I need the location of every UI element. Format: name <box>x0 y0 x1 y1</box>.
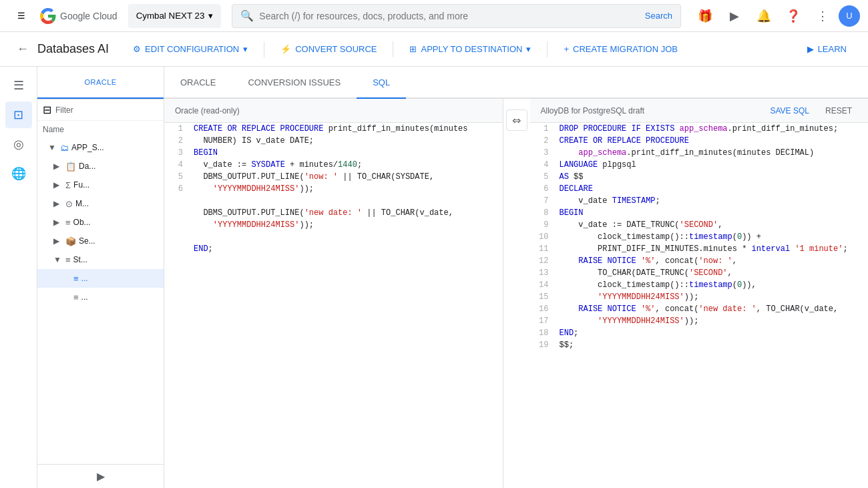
alloy-line-num-8: 8 <box>530 207 554 219</box>
sidebar-list-icon-button[interactable]: ☰ <box>5 72 32 99</box>
alloy-line-num-16: 16 <box>530 303 554 315</box>
code-line-2: NUMBER) IS v_date DATE; <box>188 135 503 147</box>
google-cloud-logo[interactable]: Google Cloud <box>40 8 118 24</box>
project-selector[interactable]: Cymbal NEXT 23 ▾ <box>128 4 222 28</box>
separator <box>264 41 264 57</box>
alloy-code-line-9: v_date := DATE_TRUNC('SECOND', <box>554 219 869 231</box>
alloy-line-1: 1 DROP PROCEDURE IF EXISTS app_schema.pr… <box>530 123 869 135</box>
code-line-3: BEGIN <box>188 147 503 159</box>
oracle-line-3: 3 BEGIN <box>164 147 503 159</box>
tree-content: ▼ 🗂 APP_S... ▶ 📋 Da... ▶ Σ Fu... ▶ ⊙ M..… <box>37 138 164 464</box>
swap-area: ⇔ <box>503 99 530 488</box>
filter-label: Filter <box>55 105 73 115</box>
alloy-line-8: 8 BEGIN <box>530 207 869 219</box>
line-num-1: 1 <box>164 123 188 135</box>
alloy-code-line-18: END; <box>554 327 869 339</box>
code-line-10 <box>188 231 503 243</box>
gear-icon: ⚙ <box>133 44 141 54</box>
alloy-code-line-7: v_date TIMESTAMP; <box>554 195 869 207</box>
back-icon: ← <box>17 42 29 56</box>
apply-to-destination-button[interactable]: ⊞ APPLY TO DESTINATION ▾ <box>399 37 541 61</box>
alloy-line-14: 14 clock_timestamp()::timestamp(0)), <box>530 279 869 291</box>
tab-oracle[interactable]: ORACLE <box>37 67 164 99</box>
line-num-8 <box>164 207 188 219</box>
save-sql-button[interactable]: SAVE SQL <box>765 103 815 118</box>
oracle-code-area[interactable]: 1 CREATE OR REPLACE PROCEDURE print_diff… <box>164 123 503 488</box>
code-line-8: DBMS_OUTPUT.PUT_LINE('new date: ' || TO_… <box>188 207 503 219</box>
proc-2-icon: ≡ <box>73 292 79 302</box>
alloy-code-line-12: RAISE NOTICE '%', concat('now: ', <box>554 255 869 267</box>
tree-item-proc-1[interactable]: ≡ ... <box>37 269 164 288</box>
search-input[interactable] <box>259 11 639 21</box>
oracle-line-10 <box>164 231 503 243</box>
edit-configuration-button[interactable]: ⚙ EDIT CONFIGURATION ▾ <box>122 37 258 61</box>
alloy-line-num-6: 6 <box>530 183 554 195</box>
expand-icon-seq: ▶ <box>53 236 63 246</box>
gift-icon-button[interactable]: 🎁 <box>692 3 718 29</box>
convert-source-button[interactable]: ⚡ CONVERT SOURCE <box>270 37 387 61</box>
expand-icon-obj: ▶ <box>53 218 63 227</box>
tab-sql[interactable]: SQL <box>357 67 406 99</box>
oracle-code-table: 1 CREATE OR REPLACE PROCEDURE print_diff… <box>164 123 503 255</box>
swap-button[interactable]: ⇔ <box>506 109 527 131</box>
code-line-1: CREATE OR REPLACE PROCEDURE print_diff_i… <box>188 123 503 135</box>
user-avatar[interactable]: U <box>839 5 860 27</box>
alloy-line-4: 4 LANGUAGE plpgsql <box>530 159 869 171</box>
alloy-code-line-16: RAISE NOTICE '%', concat('new date: ', T… <box>554 303 869 315</box>
alloy-line-17: 17 'YYYYMMDDHH24MISS')); <box>530 315 869 327</box>
alloy-line-num-15: 15 <box>530 291 554 303</box>
icon-sidebar: ☰ ⊡ ◎ 🌐 <box>0 67 37 488</box>
alloy-line-num-19: 19 <box>530 339 554 351</box>
split-view: Oracle (read-only) 1 CREATE OR REPLACE P… <box>164 99 868 488</box>
tree-item-objects[interactable]: ▶ ≡ Ob... <box>37 213 164 232</box>
alloydb-code-area[interactable]: 1 DROP PROCEDURE IF EXISTS app_schema.pr… <box>530 123 869 488</box>
tree-item-functions[interactable]: ▶ Σ Fu... <box>37 176 164 194</box>
alloy-line-10: 10 clock_timestamp()::timestamp(0)) + <box>530 231 869 243</box>
alloydb-panel: AlloyDB for PostgreSQL draft SAVE SQL RE… <box>530 99 869 488</box>
grid-icon: ⊞ <box>409 44 417 54</box>
hamburger-menu-button[interactable]: ☰ <box>8 3 35 29</box>
oracle-line-7 <box>164 195 503 207</box>
tree-item-sequences[interactable]: ▶ 📦 Se... <box>37 232 164 250</box>
alloy-code-line-14: clock_timestamp()::timestamp(0)), <box>554 279 869 291</box>
tree-item-app-schema[interactable]: ▼ 🗂 APP_S... <box>37 138 164 157</box>
back-button[interactable]: ← <box>11 37 35 61</box>
sidebar-circle-icon-button[interactable]: ◎ <box>5 131 32 158</box>
reset-button[interactable]: RESET <box>820 103 857 118</box>
tree-item-proc-2[interactable]: ≡ ... <box>37 288 164 306</box>
help-icon-button[interactable]: ❓ <box>780 3 807 29</box>
proc-2-label: ... <box>81 292 88 302</box>
tree-item-tables[interactable]: ▶ 📋 Da... <box>37 157 164 176</box>
more-options-icon-button[interactable]: ⋮ <box>809 3 836 29</box>
line-num-5: 5 <box>164 171 188 183</box>
google-cloud-logo-icon <box>40 8 56 24</box>
alloy-line-num-7: 7 <box>530 195 554 207</box>
google-cloud-logo-text: Google Cloud <box>60 11 118 21</box>
page-title: Databases AI <box>37 42 109 56</box>
sidebar-schema-icon-button[interactable]: ⊡ <box>5 101 32 128</box>
stored-proc-icon: ≡ <box>65 255 71 265</box>
alloy-code-line-15: 'YYYYMMDDHH24MISS')); <box>554 291 869 303</box>
create-migration-job-button[interactable]: + CREATE MIGRATION JOB <box>553 37 688 61</box>
project-name: Cymbal NEXT 23 <box>136 11 205 21</box>
tree-item-materialized[interactable]: ▶ ⊙ M... <box>37 194 164 213</box>
secondary-nav: ← Databases AI ⚙ EDIT CONFIGURATION ▾ ⚡ … <box>0 32 868 67</box>
objects-icon: ≡ <box>65 218 71 228</box>
tab-conversion-issues[interactable]: CONVERSION ISSUES <box>232 67 357 99</box>
oracle-line-6: 6 'YYYYMMDDHH24MISS')); <box>164 183 503 195</box>
alloy-code-line-1: DROP PROCEDURE IF EXISTS app_schema.prin… <box>554 123 869 135</box>
tab-oracle-content[interactable]: ORACLE <box>164 67 232 99</box>
search-button[interactable]: Search <box>645 11 672 21</box>
learn-button[interactable]: ▶ LEARN <box>797 37 857 61</box>
notifications-icon-button[interactable]: 🔔 <box>750 3 777 29</box>
tables-label: Da... <box>79 162 95 171</box>
tree-bottom-expand-button[interactable]: ▶ <box>37 464 164 488</box>
sidebar-globe-icon-button[interactable]: 🌐 <box>5 160 32 187</box>
add-icon: + <box>564 44 569 54</box>
proc-1-label: ... <box>81 274 88 283</box>
line-num-7 <box>164 195 188 207</box>
alloy-line-13: 13 TO_CHAR(DATE_TRUNC('SECOND', <box>530 267 869 279</box>
play-icon-button[interactable]: ▶ <box>721 3 748 29</box>
tree-item-stored-procs[interactable]: ▼ ≡ St... <box>37 250 164 269</box>
objects-label: Ob... <box>73 218 91 227</box>
